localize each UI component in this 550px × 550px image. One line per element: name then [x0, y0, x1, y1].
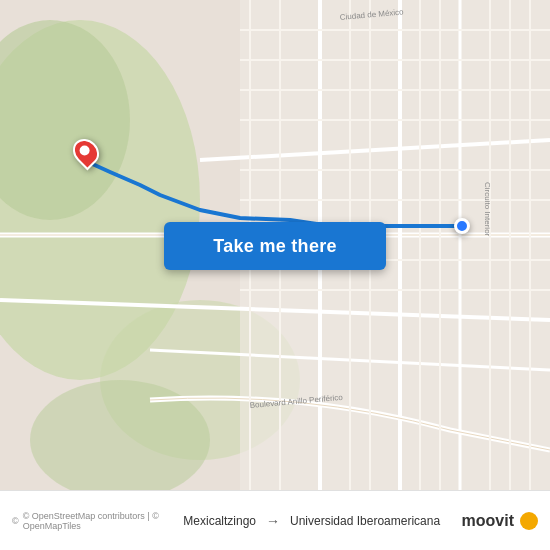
destination-name: Universidad Iberoamericana [290, 514, 440, 528]
attribution: © © OpenStreetMap contributors | © OpenM… [12, 511, 162, 531]
bottom-bar: © © OpenStreetMap contributors | © OpenM… [0, 490, 550, 550]
moovit-text: moovit [462, 512, 514, 530]
map-container: Ciudad de México Circuito Interior Boule… [0, 0, 550, 490]
attribution-text: © OpenStreetMap contributors | © OpenMap… [23, 511, 162, 531]
take-me-there-button[interactable]: Take me there [164, 222, 386, 270]
origin-name: Mexicaltzingo [183, 514, 256, 528]
moovit-logo: moovit [462, 512, 538, 530]
origin-marker [454, 218, 470, 234]
svg-text:Circuito Interior: Circuito Interior [483, 182, 492, 237]
arrow-icon: → [266, 513, 280, 529]
moovit-dot-icon [520, 512, 538, 530]
destination-marker [74, 138, 98, 166]
button-label: Take me there [213, 236, 337, 257]
route-info: Mexicaltzingo → Universidad Iberoamerica… [162, 513, 462, 529]
copyright-symbol: © [12, 516, 19, 526]
